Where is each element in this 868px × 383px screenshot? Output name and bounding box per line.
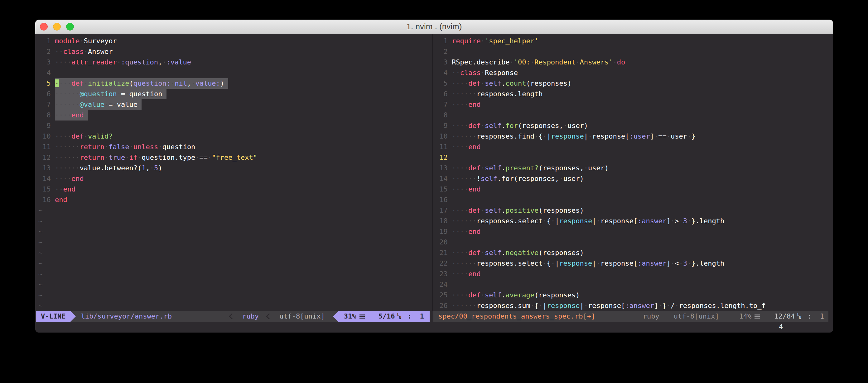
code-line[interactable]: 12: [435, 152, 830, 163]
filler-line[interactable]: ~: [38, 290, 432, 301]
code-line[interactable]: 9: [38, 120, 432, 131]
code-token: 1: [142, 163, 146, 173]
filler-line[interactable]: ~: [38, 227, 432, 237]
minimize-button[interactable]: [53, 23, 61, 31]
line-number: 24: [435, 279, 448, 290]
code-line[interactable]: 24: [435, 279, 830, 290]
code-line[interactable]: 6······@question·=·question: [38, 89, 432, 99]
code-line[interactable]: 2: [435, 46, 830, 57]
gutter-gap: [51, 89, 55, 99]
code-line[interactable]: 17····def·self.positive(responses): [435, 205, 830, 216]
code-token: Surveyor: [84, 36, 117, 46]
code-token: present?: [505, 163, 538, 173]
editor-pane-left[interactable]: 1module·Surveyor2··class·Answer3····attr…: [38, 36, 432, 311]
space-dot: ·: [551, 258, 555, 269]
space-dot: ····: [55, 173, 71, 184]
space-dot: ·: [584, 163, 588, 173]
code-line[interactable]: 20: [435, 237, 830, 248]
code-token: (responses): [534, 290, 580, 301]
code-token: :question: [121, 57, 158, 68]
code-line[interactable]: 1module·Surveyor: [38, 36, 432, 46]
line-number: 22: [435, 258, 448, 269]
filler-line[interactable]: ~: [38, 279, 432, 290]
close-button[interactable]: [40, 23, 48, 31]
mode-indicator: V-LINE: [36, 311, 70, 322]
command-line[interactable]: 4: [35, 322, 833, 332]
code-line[interactable]: 6······responses.length: [435, 89, 830, 99]
code-line[interactable]: 5····def·self.count(responses): [435, 78, 830, 89]
code-line[interactable]: 13····def·self.present?(responses,·user): [435, 163, 830, 173]
code-line[interactable]: 15··end: [38, 184, 432, 195]
code-line[interactable]: 8: [435, 110, 830, 120]
code-line[interactable]: 7····end: [435, 99, 830, 110]
editor-pane-right[interactable]: 1require·'spec_helper'23RSpec.describe·'…: [435, 36, 830, 311]
code-line[interactable]: 9····def·self.for(responses,·user): [435, 120, 830, 131]
code-token: (responses): [538, 205, 584, 216]
window-separator[interactable]: [432, 34, 433, 311]
zoom-button[interactable]: [66, 23, 74, 31]
filler-line[interactable]: ~: [38, 248, 432, 258]
code-token: end: [468, 184, 481, 195]
code-line[interactable]: 5····def·initialize(question:·nil,·value…: [38, 78, 432, 89]
code-line[interactable]: 11····end: [435, 142, 830, 152]
code-token: Answers': [580, 57, 613, 68]
position-segment: 31% 5/16 LN : 1: [338, 311, 430, 322]
gutter-gap: [448, 248, 452, 258]
code-line[interactable]: 12······return·true·if·question.type·==·…: [38, 152, 432, 163]
code-line[interactable]: 16end: [38, 195, 432, 205]
code-line[interactable]: 8····end: [38, 110, 432, 120]
code-token: ,: [187, 79, 191, 87]
code-line[interactable]: 16: [435, 195, 830, 205]
code-token: ==: [199, 152, 208, 163]
line-number: 10: [38, 131, 51, 142]
code-token: |: [584, 131, 588, 142]
filler-line[interactable]: ~: [38, 216, 432, 227]
space-dot: ·: [576, 57, 580, 68]
code-line[interactable]: 23····end: [435, 269, 830, 279]
titlebar[interactable]: 1. nvim . (nvim): [35, 20, 833, 34]
code-line[interactable]: 7······@value·=·value: [38, 99, 432, 110]
line-number: 3: [38, 57, 51, 68]
column-number: 1: [416, 311, 424, 322]
code-token: end: [71, 173, 84, 184]
code-token: }.length: [691, 216, 724, 227]
code-line[interactable]: 4: [38, 68, 432, 78]
space-dot: ······: [55, 101, 80, 108]
filler-line[interactable]: ~: [38, 237, 432, 248]
code-line[interactable]: 10······responses.find·{·|response|·resp…: [435, 131, 830, 142]
code-line[interactable]: 3····attr_reader·:question,·:value: [38, 57, 432, 68]
filler-line[interactable]: ~: [38, 205, 432, 216]
line-number: 1: [435, 36, 448, 46]
tilde: ~: [38, 279, 42, 290]
code-line[interactable]: 22······responses.select·{·|response|·re…: [435, 258, 830, 269]
space-dot: ·: [125, 90, 129, 98]
code-line[interactable]: 11······return·false·unless·question: [38, 142, 432, 152]
filler-line[interactable]: ~: [38, 258, 432, 269]
code-line[interactable]: 14····end: [38, 173, 432, 184]
code-line[interactable]: 18······responses.select·{·|response|·re…: [435, 216, 830, 227]
filler-line[interactable]: ~: [38, 301, 432, 311]
code-token: 'spec_helper': [485, 36, 538, 46]
code-line[interactable]: 1require·'spec_helper': [435, 36, 830, 46]
code-token: require: [452, 36, 481, 46]
code-line[interactable]: 15····end: [435, 184, 830, 195]
code-line[interactable]: 3RSpec.describe·'00:·Respondent·Answers'…: [435, 57, 830, 68]
code-line[interactable]: 19····end: [435, 227, 830, 237]
code-line[interactable]: 26······responses.sum·{·|response|·respo…: [435, 301, 830, 311]
code-line[interactable]: 2··class·Answer: [38, 46, 432, 57]
code-token: ): [158, 163, 162, 173]
code-token: end: [71, 111, 84, 119]
code-line[interactable]: 10····def·valid?: [38, 131, 432, 142]
space-dot: ·: [150, 163, 154, 173]
code-line[interactable]: 14······!self.for(responses,·user): [435, 173, 830, 184]
code-line[interactable]: 4··class·Response: [435, 68, 830, 78]
code-line[interactable]: 25····def·self.average(responses): [435, 290, 830, 301]
space-dot: ·: [551, 216, 555, 227]
line-number: 15: [38, 184, 51, 195]
filler-line[interactable]: ~: [38, 269, 432, 279]
code-line[interactable]: 13······value.between?(1,·5): [38, 163, 432, 173]
gutter-gap: [448, 89, 452, 99]
code-line[interactable]: 21····def·self.negative(responses): [435, 248, 830, 258]
code-token: |: [580, 301, 584, 311]
code-token: responses.find: [476, 131, 534, 142]
